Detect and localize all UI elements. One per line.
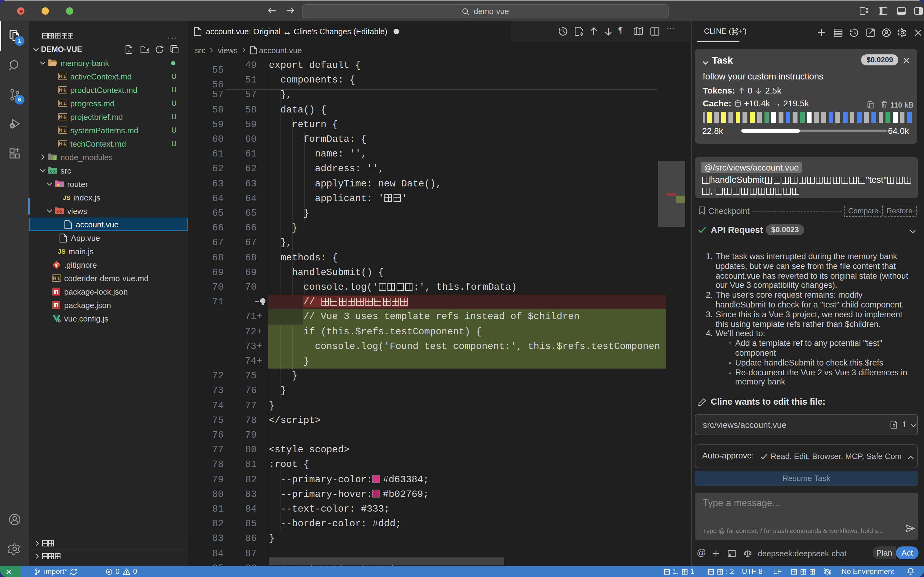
svg-text:JS: JS — [53, 156, 57, 160]
